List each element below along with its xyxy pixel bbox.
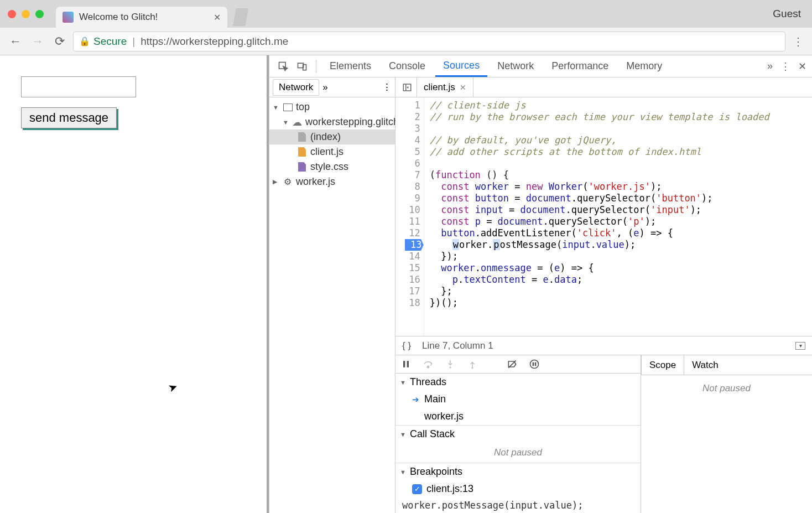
svg-point-7 (427, 366, 429, 367)
message-input[interactable] (21, 76, 136, 97)
svg-rect-6 (407, 361, 409, 367)
tab-elements[interactable]: Elements (322, 55, 379, 77)
favicon-icon (63, 12, 74, 23)
url-text: https://workerstepping.glitch.me (140, 35, 288, 48)
css-file-icon (298, 162, 306, 172)
send-message-button[interactable]: send message (21, 107, 117, 128)
code-tab-close-icon[interactable]: ✕ (460, 83, 466, 92)
file-icon (298, 132, 306, 142)
devtools-panel: Elements Console Sources Network Perform… (269, 55, 812, 513)
tree-file-index[interactable]: (index) (269, 129, 395, 144)
tab-close-icon[interactable]: ✕ (214, 12, 221, 23)
devtools-menu-icon[interactable]: ⋮ (780, 60, 790, 72)
navigator-tab-network[interactable]: Network (273, 79, 319, 96)
new-tab-button[interactable] (233, 8, 248, 26)
tree-frame-top[interactable]: ▼ top (269, 100, 395, 115)
tab-network[interactable]: Network (490, 55, 542, 77)
code-sidebar-toggle-icon[interactable] (398, 77, 417, 97)
back-button[interactable]: ← (7, 33, 24, 50)
inspect-icon[interactable] (275, 58, 292, 75)
reload-button[interactable]: ⟳ (51, 33, 69, 50)
navigator-more-icon[interactable]: » (322, 82, 327, 93)
step-into-button[interactable] (444, 358, 456, 370)
breakpoint-marker[interactable]: 13 (405, 239, 424, 251)
editor-status-bar: { } Line 7, Column 1 ▾ (395, 336, 812, 355)
tab-title: Welcome to Glitch! (79, 12, 208, 23)
js-file-icon (298, 147, 306, 157)
profile-label[interactable]: Guest (773, 8, 801, 20)
device-toggle-icon[interactable] (294, 58, 310, 75)
window-close-button[interactable] (8, 10, 16, 18)
tree-file-client[interactable]: client.js (269, 144, 395, 159)
code-tab-client[interactable]: client.js ✕ (417, 77, 473, 97)
devtools-tabs: Elements Console Sources Network Perform… (269, 55, 812, 77)
tab-memory[interactable]: Memory (618, 55, 670, 77)
secure-label: Secure (93, 35, 127, 48)
browser-tab-strip: Welcome to Glitch! ✕ Guest (0, 0, 812, 28)
toggle-drawer-icon[interactable]: ▾ (795, 342, 805, 350)
tab-performance[interactable]: Performance (544, 55, 616, 77)
thread-main[interactable]: ➔ Main (395, 391, 641, 408)
tab-scope[interactable]: Scope (641, 355, 684, 375)
line-gutter[interactable]: 1 2 3 4 5 6 7 8 9 10 11 12 13 14 15 16 1… (395, 97, 424, 336)
tree-worker[interactable]: ▶ ⚙ worker.js (269, 174, 395, 189)
webpage-content: send message (0, 55, 269, 513)
tab-sources[interactable]: Sources (435, 55, 487, 77)
code-editor-pane: client.js ✕ 1 2 3 4 5 6 7 8 9 10 11 12 1… (395, 77, 812, 513)
tree-file-style[interactable]: style.css (269, 159, 395, 174)
format-code-icon[interactable]: { } (402, 340, 411, 351)
svg-rect-5 (403, 361, 405, 367)
tab-console[interactable]: Console (381, 55, 433, 77)
cursor-position: Line 7, Column 1 (422, 340, 493, 351)
lock-icon: 🔒 (79, 36, 90, 46)
tree-domain[interactable]: ▼ ☁ workerstepping.glitch (269, 115, 395, 129)
breakpoints-header[interactable]: ▼ Breakpoints (395, 463, 641, 480)
svg-rect-13 (535, 362, 537, 366)
current-thread-icon: ➔ (412, 395, 420, 405)
callstack-header[interactable]: ▼ Call Stack (395, 426, 641, 443)
tab-watch[interactable]: Watch (684, 355, 726, 375)
worker-icon: ⚙ (283, 177, 293, 187)
navigator-menu-icon[interactable]: ⋮ (382, 81, 392, 93)
step-over-button[interactable] (422, 358, 434, 370)
step-out-button[interactable] (466, 358, 478, 370)
devtools-close-icon[interactable]: ✕ (798, 60, 806, 72)
svg-point-11 (530, 360, 539, 369)
cloud-icon: ☁ (292, 117, 302, 127)
callstack-empty: Not paused (395, 443, 641, 463)
breakpoint-item[interactable]: ✓ client.js:13 (395, 480, 641, 498)
threads-header[interactable]: ▼ Threads (395, 374, 641, 391)
more-tabs-icon[interactable]: » (767, 60, 773, 72)
scope-empty: Not paused (641, 375, 812, 398)
sources-navigator: Network » ⋮ ▼ top ▼ ☁ workerstepping.gli… (269, 77, 395, 513)
svg-point-9 (471, 367, 473, 369)
pause-button[interactable] (400, 358, 412, 370)
pause-on-exceptions-button[interactable] (528, 358, 540, 370)
svg-point-8 (449, 366, 451, 368)
code-editor[interactable]: 1 2 3 4 5 6 7 8 9 10 11 12 13 14 15 16 1… (395, 97, 812, 336)
browser-tab[interactable]: Welcome to Glitch! ✕ (56, 7, 227, 28)
window-minimize-button[interactable] (22, 10, 30, 18)
browser-toolbar: ← → ⟳ 🔒 Secure | https://workerstepping.… (0, 28, 812, 55)
frame-icon (283, 102, 293, 112)
browser-menu-icon[interactable]: ⋮ (790, 35, 805, 48)
breakpoint-code: worker.postMessage(input.value); (395, 498, 641, 513)
deactivate-breakpoints-button[interactable] (506, 358, 518, 370)
debugger-pane: ▼ Threads ➔ Main worker.js (395, 355, 812, 513)
breakpoint-checkbox[interactable]: ✓ (412, 484, 422, 494)
window-zoom-button[interactable] (35, 10, 44, 18)
window-controls (0, 10, 51, 18)
address-bar[interactable]: 🔒 Secure | https://workerstepping.glitch… (73, 32, 785, 51)
debug-toolbar (395, 355, 641, 374)
forward-button[interactable]: → (29, 33, 46, 50)
svg-rect-12 (533, 362, 534, 366)
thread-worker[interactable]: worker.js (395, 408, 641, 425)
